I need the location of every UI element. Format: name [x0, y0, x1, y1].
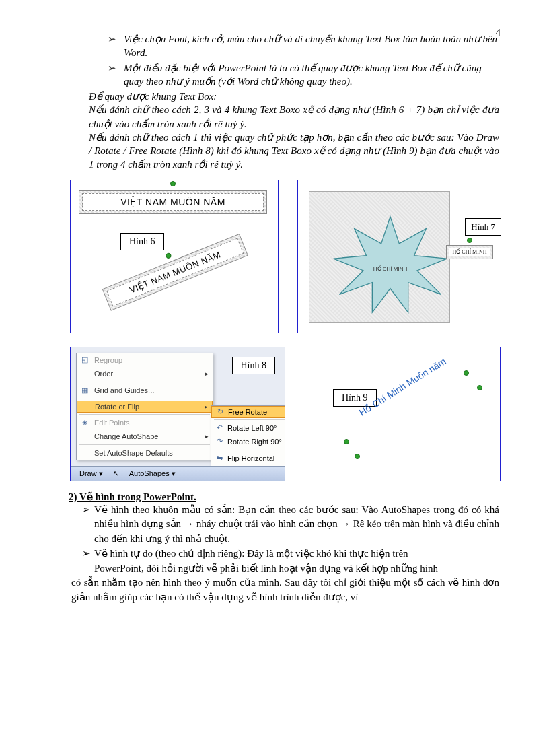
rotation-handle-icon: [165, 252, 172, 259]
figure-7: HỒ CHÍ MINH Hình 7 HỒ CHÍ MINH: [297, 180, 499, 333]
menu-grid[interactable]: ▦ Grid and Guides...: [77, 384, 213, 397]
menu-rotate-flip[interactable]: Rotate or Flip▸: [77, 401, 213, 413]
rotated-text: Hồ Chí Minh Muôn năm: [357, 355, 448, 418]
page-number: 4: [496, 27, 501, 38]
regroup-icon: ◱: [79, 355, 90, 366]
rotation-handle-icon: [464, 370, 469, 376]
select-icon[interactable]: ↖: [110, 469, 122, 478]
menu-regroup[interactable]: ◱ Regroup: [77, 353, 213, 367]
rotate-left-icon: ↶: [214, 423, 225, 434]
small-textbox: HỒ CHÍ MINH: [449, 248, 490, 256]
grid-icon: ▦: [79, 385, 90, 396]
rotate-right-icon: ↷: [214, 436, 225, 447]
menu-set-default[interactable]: Set AutoShape Defaults: [77, 446, 213, 460]
figure-6: VIỆT NAM MUÔN NĂM Hình 6 VIỆT NAM MUÔN N…: [70, 180, 279, 333]
figure-7-caption: Hình 7: [465, 218, 501, 236]
svg-marker-0: [334, 216, 447, 312]
rotation-handle-icon: [477, 385, 482, 390]
textbox-top: VIỆT NAM MUÔN NĂM: [82, 193, 264, 211]
figure-8-caption: Hình 8: [232, 357, 276, 374]
star-label: HỒ CHÍ MINH: [373, 265, 408, 271]
editpoints-icon: ◈: [79, 417, 90, 428]
rotate-para-2: Nếu đánh chữ theo cách 1 thì việc quay c…: [89, 131, 499, 172]
autoshapes-button[interactable]: AutoShapes ▾: [124, 468, 180, 479]
submenu-rotate-left[interactable]: ↶ Rotate Left 90°: [211, 421, 285, 435]
bullet-2: Một điều đặc biệt với PowerPoint là ta c…: [124, 61, 499, 89]
top-body: ➢ Việc chọn Font, kích cở, màu cho chữ v…: [108, 32, 499, 172]
submenu-rotate-right[interactable]: ↷ Rotate Right 90°: [211, 435, 285, 448]
rotation-handle-icon: [344, 439, 349, 444]
menu-edit-points[interactable]: ◈ Edit Points: [77, 416, 213, 429]
sec2-tail-1: PowerPoint, đòi hỏi người vẽ phải biết l…: [94, 561, 499, 576]
rotation-handle-icon: [170, 181, 176, 186]
bullet-1: Việc chọn Font, kích cở, màu cho chữ và …: [124, 32, 499, 60]
free-rotate-icon: ↻: [215, 407, 225, 417]
bullet-arrow-icon: ➢: [108, 61, 124, 89]
menu-change-autoshape[interactable]: Change AutoShape▸: [77, 429, 213, 443]
draw-menu: ◱ Regroup Order▸ ▦ Grid and Guides... Ro…: [76, 353, 213, 460]
bullet-arrow-icon: ➢: [82, 503, 94, 547]
rotate-para-1: Nếu đánh chữ theo cách 2, 3 và 4 khung T…: [89, 103, 499, 131]
sec2-tail-2: có sẵn nhằm tạo nên hình theo ý muốn của…: [71, 576, 499, 605]
submenu-flip-h[interactable]: ⇋ Flip Horizontal: [211, 452, 285, 465]
bullet-arrow-icon: ➢: [108, 32, 124, 60]
sec2-bullet-2: Vẽ hình tự do (theo chủ định riêng): Đây…: [94, 547, 499, 561]
section-2-heading: 2) Vẽ hình trong PowerPoint.: [69, 491, 506, 503]
star-shape-icon: HỒ CHÍ MINH: [330, 211, 451, 318]
figure-8: ◱ Regroup Order▸ ▦ Grid and Guides... Ro…: [70, 347, 285, 481]
rotation-handle-icon: [467, 238, 472, 243]
rotate-title: Để quay được khung Text Box:: [89, 90, 499, 103]
rotation-handle-icon: [355, 454, 360, 459]
sec2-bullet-1: Vẽ hình theo khuôn mẫu có sẵn: Bạn cần t…: [94, 503, 499, 547]
submenu-free-rotate[interactable]: ↻ Free Rotate: [211, 406, 285, 418]
menu-order[interactable]: Order▸: [77, 367, 213, 380]
drawing-toolbar: Draw ▾ ↖ AutoShapes ▾: [71, 466, 285, 481]
flip-h-icon: ⇋: [214, 453, 225, 464]
draw-button[interactable]: Draw ▾: [75, 468, 108, 479]
bullet-arrow-icon: ➢: [82, 547, 94, 561]
figure-9: Hình 9 Hồ Chí Minh Muôn năm: [299, 347, 501, 481]
